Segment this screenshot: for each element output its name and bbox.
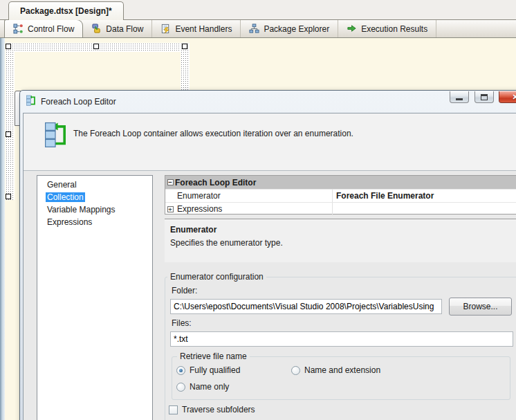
- execution-results-icon: [347, 24, 357, 34]
- property-help-pane: Enumerator Specifies the enumerator type…: [165, 219, 516, 262]
- selection-handle[interactable]: [93, 44, 99, 49]
- dialog-body: The Foreach Loop container allows execut…: [23, 113, 516, 420]
- property-grid-header[interactable]: − Foreach Loop Editor: [165, 176, 516, 189]
- nav-item-collection[interactable]: Collection: [37, 191, 152, 203]
- dialog-titlebar[interactable]: Foreach Loop Editor: [23, 91, 516, 113]
- tab-event-handlers-label: Event Handlers: [175, 24, 232, 34]
- checkbox-icon[interactable]: [169, 405, 178, 414]
- dialog-title: Foreach Loop Editor: [41, 97, 116, 107]
- designer-view-tabs: Control Flow Data Flow Event Handlers Pa…: [0, 20, 516, 38]
- selection-handle[interactable]: [6, 44, 11, 49]
- package-explorer-icon: [249, 24, 259, 34]
- minimize-button[interactable]: [450, 91, 469, 103]
- selection-border-right[interactable]: [181, 43, 190, 90]
- foreach-loop-banner-icon: [43, 121, 68, 152]
- radio-button-icon[interactable]: [176, 366, 185, 375]
- property-value[interactable]: [333, 203, 516, 215]
- document-tab-label: Package.dtsx [Design]*: [20, 6, 112, 16]
- dialog-banner: The Foreach Loop container allows execut…: [24, 113, 516, 171]
- tab-execution-results[interactable]: Execution Results: [338, 20, 436, 37]
- property-grid-header-label: Foreach Loop Editor: [175, 178, 256, 188]
- maximize-button[interactable]: [474, 91, 494, 103]
- browse-button[interactable]: Browse...: [449, 298, 512, 316]
- radio-button-icon[interactable]: [291, 366, 300, 375]
- property-row-enumerator[interactable]: Enumerator Foreach File Enumerator: [165, 189, 516, 202]
- radio-name-and-extension[interactable]: Name and extension: [291, 365, 380, 375]
- maximize-icon: [481, 94, 488, 100]
- nav-item-expressions[interactable]: Expressions: [37, 216, 152, 228]
- foreach-loop-editor-dialog: Foreach Loop Editor ✕ The Foreach Loop c…: [19, 90, 516, 420]
- collapse-icon[interactable]: −: [167, 179, 174, 185]
- ssis-designer-window: Package.dtsx [Design]* Control Flow Data…: [0, 0, 516, 420]
- folder-input[interactable]: [170, 299, 442, 314]
- selection-handle[interactable]: [6, 194, 11, 199]
- tab-data-flow-label: Data Flow: [106, 24, 143, 34]
- nav-item-variable-mappings[interactable]: Variable Mappings: [37, 203, 152, 216]
- tab-package-explorer-label: Package Explorer: [264, 24, 329, 34]
- expand-icon[interactable]: +: [167, 206, 174, 212]
- property-value[interactable]: Foreach File Enumerator: [333, 190, 516, 202]
- dialog-icon: [26, 95, 36, 109]
- help-text: Specifies the enumerator type.: [170, 238, 516, 248]
- data-flow-icon: [91, 24, 102, 34]
- designer-left-margin: [0, 38, 5, 420]
- tab-event-handlers[interactable]: Event Handlers: [152, 20, 241, 37]
- enumerator-configuration-label: Enumerator configuration: [167, 272, 266, 282]
- radio-name-only[interactable]: Name only: [176, 382, 229, 392]
- help-title: Enumerator: [170, 225, 516, 235]
- property-name: Enumerator: [175, 190, 333, 202]
- radio-button-icon[interactable]: [176, 383, 185, 392]
- tab-package-explorer[interactable]: Package Explorer: [241, 20, 338, 37]
- retrieve-file-name-group: [172, 356, 510, 400]
- property-row-expressions[interactable]: + Expressions: [165, 202, 516, 215]
- selection-border-left[interactable]: [6, 43, 15, 200]
- selection-handle[interactable]: [6, 131, 11, 137]
- control-flow-icon: [13, 24, 24, 34]
- tab-execution-results-label: Execution Results: [361, 24, 427, 34]
- tab-control-flow-label: Control Flow: [28, 24, 74, 34]
- property-name: Expressions: [175, 203, 333, 215]
- property-grid: − Foreach Loop Editor Enumerator Foreach…: [165, 175, 516, 214]
- document-tab-package-dtsx[interactable]: Package.dtsx [Design]*: [8, 1, 124, 20]
- selection-handle[interactable]: [182, 44, 187, 49]
- close-button[interactable]: ✕: [499, 91, 516, 103]
- tab-data-flow[interactable]: Data Flow: [83, 20, 152, 37]
- radio-fully-qualified[interactable]: Fully qualified: [176, 365, 240, 375]
- files-input[interactable]: [170, 331, 513, 347]
- tab-control-flow[interactable]: Control Flow: [4, 19, 83, 37]
- event-handlers-icon: [160, 24, 171, 34]
- document-tab-bar: Package.dtsx [Design]*: [0, 0, 516, 20]
- files-label: Files:: [172, 318, 192, 328]
- dialog-description: The Foreach Loop container allows execut…: [73, 129, 353, 138]
- close-icon: ✕: [512, 93, 516, 102]
- folder-label: Folder:: [172, 286, 197, 295]
- nav-item-general[interactable]: General: [37, 179, 152, 191]
- retrieve-file-name-label: Retrieve file name: [177, 351, 250, 361]
- traverse-subfolders-checkbox[interactable]: Traverse subfolders: [169, 405, 255, 414]
- editor-page-list: General Collection Variable Mappings Exp…: [37, 175, 153, 420]
- minimize-icon: [456, 98, 463, 100]
